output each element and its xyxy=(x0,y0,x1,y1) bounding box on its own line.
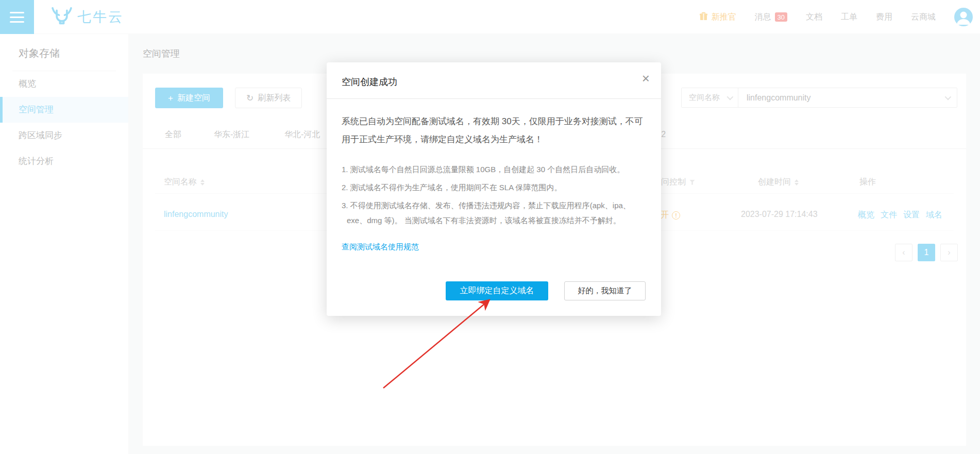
test-domain-rules: 1. 测试域名每个自然日回源总流量限额 10GB，自创建起 30 个自然日后自动… xyxy=(342,162,644,228)
test-domain-spec-link[interactable]: 查阅测试域名使用规范 xyxy=(342,242,419,252)
page: 七牛云 新推官 消息 30 文档 工单 费用 xyxy=(0,0,980,454)
dialog-header: 空间创建成功 × xyxy=(327,62,661,99)
bind-custom-domain-button[interactable]: 立即绑定自定义域名 xyxy=(446,281,548,300)
dialog-title: 空间创建成功 xyxy=(342,76,397,88)
close-icon[interactable]: × xyxy=(642,72,650,85)
dialog-body: 系统已自动为空间配备测试域名，有效期 30天，仅限用于业务对接测试，不可用于正式… xyxy=(327,99,661,252)
dialog-message: 系统已自动为空间配备测试域名，有效期 30天，仅限用于业务对接测试，不可用于正式… xyxy=(342,112,644,148)
rule-item-2: 2. 测试域名不得作为生产域名，使用期间不在 SLA 保障范围内。 xyxy=(342,180,644,195)
ok-got-it-button[interactable]: 好的，我知道了 xyxy=(564,281,646,300)
rule-item-3: 3. 不得使用测试域名存储、发布、传播违法违规内容，禁止下载应用程序(apk、i… xyxy=(342,198,644,228)
space-created-dialog: 空间创建成功 × 系统已自动为空间配备测试域名，有效期 30天，仅限用于业务对接… xyxy=(327,62,661,316)
rule-item-1: 1. 测试域名每个自然日回源总流量限额 10GB，自创建起 30 个自然日后自动… xyxy=(342,162,644,177)
